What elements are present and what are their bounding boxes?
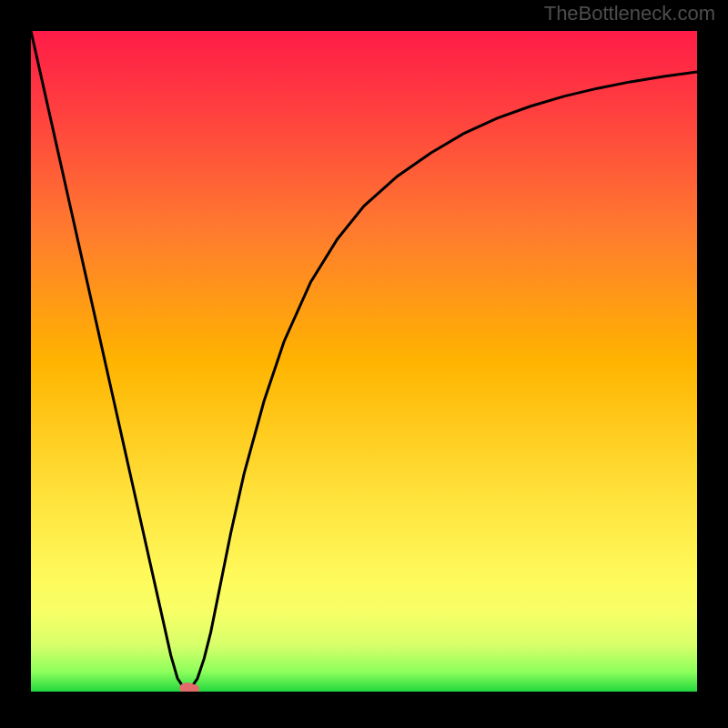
- watermark-label: TheBottleneck.com: [544, 2, 715, 25]
- plot-background: [31, 31, 697, 692]
- bottleneck-chart: [31, 31, 697, 692]
- chart-frame: TheBottleneck.com: [0, 0, 728, 728]
